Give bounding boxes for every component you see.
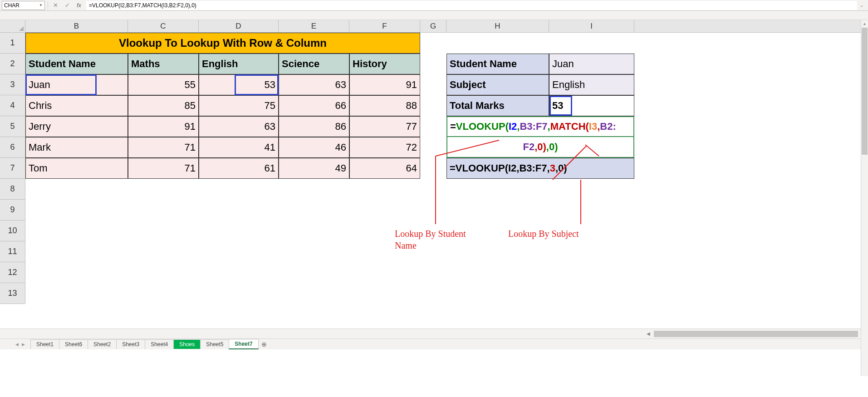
hdr-english[interactable]: English [199, 54, 279, 74]
cell-E5[interactable]: 86 [279, 116, 349, 137]
scroll-thumb[interactable] [862, 28, 868, 155]
formula-display-1b[interactable]: F2,0),0) [446, 137, 634, 158]
tab-nav-prev-icon[interactable]: ◀ [14, 340, 20, 349]
row-head-7[interactable]: 7 [0, 158, 25, 179]
row-head-5[interactable]: 5 [0, 116, 25, 137]
cell-B7[interactable]: Tom [25, 158, 128, 179]
row-head-2[interactable]: 2 [0, 54, 25, 74]
scroll-up-icon[interactable]: ▲ [861, 20, 868, 27]
hdr-science[interactable]: Science [279, 54, 349, 74]
cell-E6[interactable]: 46 [279, 137, 349, 158]
row-head-13[interactable]: 13 [0, 283, 25, 304]
cell-G2[interactable] [420, 54, 446, 74]
hdr-student[interactable]: Student Name [25, 54, 128, 74]
tab-nav-next-icon[interactable]: ▶ [20, 340, 26, 349]
sheet-tab-1[interactable]: Sheet1 [30, 339, 59, 349]
col-head-I[interactable]: I [549, 20, 634, 33]
add-sheet-button[interactable]: ⊕ [259, 340, 270, 349]
row-head-12[interactable]: 12 [0, 262, 25, 283]
side-val-student[interactable]: Juan [549, 54, 634, 74]
name-box-dropdown-icon[interactable]: ▼ [39, 3, 43, 7]
cell-D6[interactable]: 41 [199, 137, 279, 158]
cell-G3[interactable] [420, 74, 446, 95]
cell-blank-2[interactable] [634, 54, 868, 74]
row-head-6[interactable]: 6 [0, 137, 25, 158]
side-val-subject[interactable]: English [549, 74, 634, 95]
cell-B6[interactable]: Mark [25, 137, 128, 158]
col-head-E[interactable]: E [279, 20, 349, 33]
name-box[interactable]: CHAR ▼ [2, 1, 45, 10]
sheet-tab-4[interactable]: Sheet3 [116, 339, 145, 349]
sheet-tab-3[interactable]: Sheet2 [88, 339, 117, 349]
cell-E7[interactable]: 49 [279, 158, 349, 179]
cell-D3[interactable]: 53 [199, 74, 279, 95]
sheet-tab-6[interactable]: Shoes [173, 339, 201, 349]
cell-G5[interactable] [420, 116, 446, 137]
cell-F5[interactable]: 77 [349, 116, 420, 137]
row-head-1[interactable]: 1 [0, 33, 25, 54]
cell-D4[interactable]: 75 [199, 95, 279, 116]
cell-F4[interactable]: 88 [349, 95, 420, 116]
cell-B3[interactable]: Juan [25, 74, 128, 95]
side-val-marks[interactable]: 53 [549, 95, 634, 116]
cell-C3[interactable]: 55 [128, 74, 199, 95]
cell-F6[interactable]: 72 [349, 137, 420, 158]
cell-blank-7[interactable] [634, 158, 868, 179]
formula-display-1[interactable]: =VLOOKUP(I2,B3:F7,MATCH(I3,B2: [446, 116, 634, 137]
cell-F3[interactable]: 91 [349, 74, 420, 95]
row-head-3[interactable]: 3 [0, 74, 25, 95]
col-head-blank[interactable] [634, 20, 868, 33]
row-head-9[interactable]: 9 [0, 200, 25, 221]
enter-icon[interactable]: ✓ [63, 1, 72, 10]
cell-blank-1[interactable] [634, 33, 868, 54]
row-head-4[interactable]: 4 [0, 95, 25, 116]
col-head-B[interactable]: B [25, 20, 128, 33]
horizontal-scrollbar[interactable]: ◀ ▶ [0, 328, 868, 338]
side-label-student[interactable]: Student Name [446, 54, 549, 74]
cancel-icon[interactable]: ✕ [51, 1, 60, 10]
sheet-tab-8[interactable]: Sheet7 [229, 339, 258, 349]
select-all-corner[interactable] [0, 20, 25, 33]
hdr-history[interactable]: History [349, 54, 420, 74]
side-label-subject[interactable]: Subject [446, 74, 549, 95]
col-head-G[interactable]: G [420, 20, 446, 33]
cell-B4[interactable]: Chris [25, 95, 128, 116]
fx-icon[interactable]: fx [74, 1, 83, 10]
col-head-F[interactable]: F [349, 20, 420, 33]
cell-I1[interactable] [549, 33, 634, 54]
col-head-D[interactable]: D [199, 20, 279, 33]
cell-D5[interactable]: 63 [199, 116, 279, 137]
cell-blank-4[interactable] [634, 95, 868, 116]
sheet-tab-2[interactable]: Sheet6 [59, 339, 88, 349]
formula-input[interactable]: =VLOOKUP(I2,B3:F7,MATCH(I3,B2:F2,0),0) [86, 1, 857, 10]
col-head-C[interactable]: C [128, 20, 199, 33]
cell-D7[interactable]: 61 [199, 158, 279, 179]
cell-blank-6[interactable] [634, 137, 868, 158]
vertical-scrollbar[interactable]: ▲ [861, 20, 868, 349]
row-head-8[interactable]: 8 [0, 179, 25, 200]
scroll-left-icon[interactable]: ◀ [644, 329, 653, 338]
cell-C5[interactable]: 91 [128, 116, 199, 137]
title-cell[interactable]: Vlookup To Lookup With Row & Column [25, 33, 420, 54]
cell-E3[interactable]: 63 [279, 74, 349, 95]
sheet-tab-7[interactable]: Sheet5 [200, 339, 229, 349]
sheet-tab-5[interactable]: Sheet4 [145, 339, 174, 349]
cell-F7[interactable]: 64 [349, 158, 420, 179]
cell-B5[interactable]: Jerry [25, 116, 128, 137]
row-head-11[interactable]: 11 [0, 241, 25, 262]
row-head-10[interactable]: 10 [0, 221, 25, 241]
cell-C7[interactable]: 71 [128, 158, 199, 179]
cell-row12[interactable] [25, 262, 868, 283]
formula-display-2[interactable]: =VLOOKUP(I2,B3:F7,3,0) [446, 158, 634, 179]
cell-E4[interactable]: 66 [279, 95, 349, 116]
cell-row8[interactable] [25, 179, 868, 200]
cell-H1[interactable] [446, 33, 549, 54]
expand-formula-bar-icon[interactable]: ⌄ [860, 3, 866, 8]
cell-blank-5[interactable] [634, 116, 868, 137]
hdr-maths[interactable]: Maths [128, 54, 199, 74]
cell-row9[interactable] [25, 200, 868, 221]
hscroll-thumb[interactable] [654, 331, 858, 337]
cell-C6[interactable]: 71 [128, 137, 199, 158]
cell-blank-3[interactable] [634, 74, 868, 95]
cell-row11[interactable] [25, 241, 868, 262]
